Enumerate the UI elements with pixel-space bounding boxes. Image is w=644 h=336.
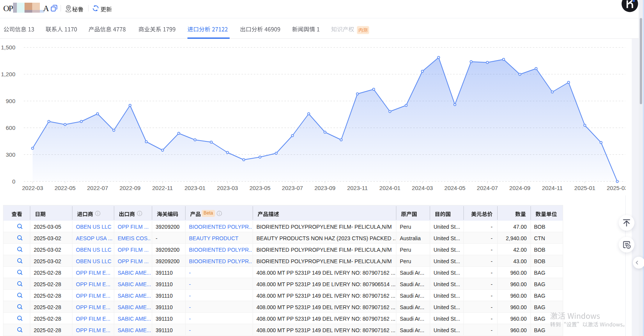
svg-text:300: 300: [6, 151, 15, 158]
svg-text:2022-07: 2022-07: [87, 185, 108, 191]
svg-text:2025-03: 2025-03: [607, 185, 626, 191]
svg-text:1,500: 1,500: [1, 44, 15, 51]
svg-text:900: 900: [6, 98, 15, 104]
svg-text:2022-11: 2022-11: [152, 185, 173, 191]
svg-text:2024-05: 2024-05: [444, 185, 465, 191]
svg-text:0: 0: [12, 178, 15, 185]
svg-text:2022-05: 2022-05: [54, 185, 76, 191]
svg-text:2023-07: 2023-07: [282, 185, 303, 191]
svg-text:600: 600: [6, 125, 15, 131]
svg-text:2022-09: 2022-09: [120, 185, 141, 191]
svg-text:2024-07: 2024-07: [477, 185, 498, 191]
svg-text:2023-01: 2023-01: [184, 185, 205, 191]
svg-text:2023-09: 2023-09: [314, 185, 335, 191]
svg-text:2023-03: 2023-03: [217, 185, 238, 191]
svg-text:2024-03: 2024-03: [412, 185, 433, 191]
svg-text:2023-05: 2023-05: [250, 185, 271, 191]
svg-text:2024-11: 2024-11: [542, 185, 563, 191]
svg-text:2023-11: 2023-11: [347, 185, 368, 191]
svg-text:2022-03: 2022-03: [22, 185, 43, 191]
svg-text:2024-01: 2024-01: [380, 185, 401, 191]
svg-text:1,200: 1,200: [1, 71, 15, 77]
svg-text:2025-01: 2025-01: [574, 185, 595, 191]
svg-text:2024-09: 2024-09: [509, 185, 531, 191]
